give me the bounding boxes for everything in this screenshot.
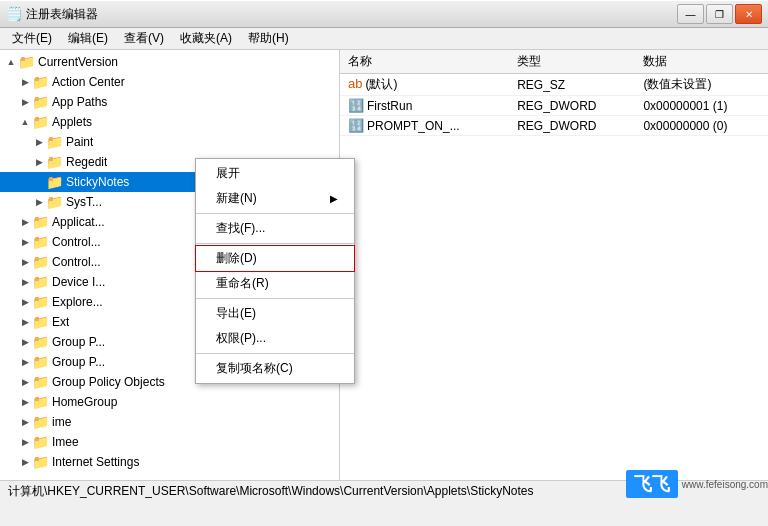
ctx-label-find: 查找(F)... — [216, 220, 265, 237]
folder-icon-regedit: 📁 — [46, 154, 63, 170]
tree-item-currentversion[interactable]: ▲📁CurrentVersion — [0, 52, 339, 72]
reg-name-1: 🔢FirstRun — [340, 96, 509, 116]
reg-row-2[interactable]: 🔢PROMPT_ON_...REG_DWORD0x00000000 (0) — [340, 116, 768, 136]
tree-toggle-device[interactable]: ▶ — [18, 275, 32, 289]
ctx-item-find[interactable]: 查找(F)... — [196, 216, 354, 241]
ctx-label-copyname: 复制项名称(C) — [216, 360, 293, 377]
menu-item-v[interactable]: 查看(V) — [116, 28, 172, 49]
folder-icon-paint: 📁 — [46, 134, 63, 150]
tree-toggle-groupp1[interactable]: ▶ — [18, 335, 32, 349]
ctx-label-expand: 展开 — [216, 165, 240, 182]
reg-data-2: 0x00000000 (0) — [635, 116, 768, 136]
tree-label-grouppo: Group Policy Objects — [52, 375, 165, 389]
folder-icon-internet: 📁 — [32, 454, 49, 470]
tree-toggle-applicat[interactable]: ▶ — [18, 215, 32, 229]
folder-icon-ext: 📁 — [32, 314, 49, 330]
col-type: 类型 — [509, 50, 635, 74]
reg-row-0[interactable]: ab(默认)REG_SZ(数值未设置) — [340, 74, 768, 96]
tree-label-paint: Paint — [66, 135, 93, 149]
ctx-arrow-new: ▶ — [330, 193, 338, 204]
tree-toggle-syst[interactable]: ▶ — [32, 195, 46, 209]
folder-icon-app-paths: 📁 — [32, 94, 49, 110]
tree-toggle-control2[interactable]: ▶ — [18, 255, 32, 269]
title-bar-buttons: — ❐ ✕ — [677, 4, 762, 24]
folder-icon-syst: 📁 — [46, 194, 63, 210]
tree-label-syst: SysT... — [66, 195, 102, 209]
tree-item-internet[interactable]: ▶📁Internet Settings — [0, 452, 339, 472]
ctx-label-export: 导出(E) — [216, 305, 256, 322]
ctx-item-copyname[interactable]: 复制项名称(C) — [196, 356, 354, 381]
watermark-logo: 飞飞 — [626, 470, 678, 498]
close-button[interactable]: ✕ — [735, 4, 762, 24]
reg-type-icon-2: 🔢 — [348, 118, 364, 133]
tree-item-paint[interactable]: ▶📁Paint — [0, 132, 339, 152]
menu-item-h[interactable]: 帮助(H) — [240, 28, 297, 49]
tree-item-imee[interactable]: ▶📁Imee — [0, 432, 339, 452]
tree-label-action-center: Action Center — [52, 75, 125, 89]
tree-toggle-app-paths[interactable]: ▶ — [18, 95, 32, 109]
tree-toggle-imee[interactable]: ▶ — [18, 435, 32, 449]
tree-toggle-ext[interactable]: ▶ — [18, 315, 32, 329]
folder-icon-grouppo: 📁 — [32, 374, 49, 390]
tree-label-control2: Control... — [52, 255, 101, 269]
ctx-separator-sep1 — [196, 213, 354, 214]
right-panel: 名称 类型 数据 ab(默认)REG_SZ(数值未设置)🔢FirstRunREG… — [340, 50, 768, 480]
ctx-item-export[interactable]: 导出(E) — [196, 301, 354, 326]
tree-toggle-currentversion[interactable]: ▲ — [4, 55, 18, 69]
ctx-item-delete[interactable]: 删除(D) — [196, 246, 354, 271]
ctx-label-delete: 删除(D) — [216, 250, 257, 267]
tree-toggle-action-center[interactable]: ▶ — [18, 75, 32, 89]
tree-label-groupp2: Group P... — [52, 355, 105, 369]
tree-label-imee: Imee — [52, 435, 79, 449]
folder-icon-device: 📁 — [32, 274, 49, 290]
ctx-label-permissions: 权限(P)... — [216, 330, 266, 347]
folder-icon-groupp2: 📁 — [32, 354, 49, 370]
tree-label-stickynotes: StickyNotes — [66, 175, 129, 189]
ctx-item-expand[interactable]: 展开 — [196, 161, 354, 186]
tree-item-ime[interactable]: ▶📁ime — [0, 412, 339, 432]
tree-item-homegroup[interactable]: ▶📁HomeGroup — [0, 392, 339, 412]
tree-toggle-grouppo[interactable]: ▶ — [18, 375, 32, 389]
status-path: 计算机\HKEY_CURRENT_USER\Software\Microsoft… — [8, 483, 534, 500]
minimize-button[interactable]: — — [677, 4, 704, 24]
folder-icon-groupp1: 📁 — [32, 334, 49, 350]
reg-row-1[interactable]: 🔢FirstRunREG_DWORD0x00000001 (1) — [340, 96, 768, 116]
tree-toggle-explore[interactable]: ▶ — [18, 295, 32, 309]
tree-toggle-regedit[interactable]: ▶ — [32, 155, 46, 169]
tree-item-app-paths[interactable]: ▶📁App Paths — [0, 92, 339, 112]
tree-toggle-applets[interactable]: ▲ — [18, 115, 32, 129]
ctx-separator-sep2 — [196, 243, 354, 244]
tree-label-control1: Control... — [52, 235, 101, 249]
tree-item-applets[interactable]: ▲📁Applets — [0, 112, 339, 132]
menu-item-e[interactable]: 编辑(E) — [60, 28, 116, 49]
tree-toggle-internet[interactable]: ▶ — [18, 455, 32, 469]
tree-item-action-center[interactable]: ▶📁Action Center — [0, 72, 339, 92]
reg-data-0: (数值未设置) — [635, 74, 768, 96]
tree-label-app-paths: App Paths — [52, 95, 107, 109]
restore-button[interactable]: ❐ — [706, 4, 733, 24]
tree-label-explore: Explore... — [52, 295, 103, 309]
ctx-item-rename[interactable]: 重命名(R) — [196, 271, 354, 296]
tree-toggle-paint[interactable]: ▶ — [32, 135, 46, 149]
folder-icon-stickynotes: 📁 — [46, 174, 63, 190]
folder-icon-explore: 📁 — [32, 294, 49, 310]
ctx-item-new[interactable]: 新建(N)▶ — [196, 186, 354, 211]
tree-toggle-stickynotes[interactable] — [32, 175, 46, 189]
reg-type-icon-0: ab — [348, 76, 362, 91]
tree-toggle-ime[interactable]: ▶ — [18, 415, 32, 429]
tree-toggle-homegroup[interactable]: ▶ — [18, 395, 32, 409]
tree-label-currentversion: CurrentVersion — [38, 55, 118, 69]
tree-toggle-control1[interactable]: ▶ — [18, 235, 32, 249]
reg-type-0: REG_SZ — [509, 74, 635, 96]
watermark-site: www.fefeisong.com — [682, 479, 768, 490]
ctx-label-new: 新建(N) — [216, 190, 257, 207]
ctx-item-permissions[interactable]: 权限(P)... — [196, 326, 354, 351]
col-name: 名称 — [340, 50, 509, 74]
folder-icon-control1: 📁 — [32, 234, 49, 250]
menu-item-e[interactable]: 文件(E) — [4, 28, 60, 49]
ctx-label-rename: 重命名(R) — [216, 275, 269, 292]
tree-toggle-groupp2[interactable]: ▶ — [18, 355, 32, 369]
folder-icon-ime: 📁 — [32, 414, 49, 430]
app-icon: 🗒️ — [6, 6, 22, 22]
menu-item-a[interactable]: 收藏夹(A) — [172, 28, 240, 49]
